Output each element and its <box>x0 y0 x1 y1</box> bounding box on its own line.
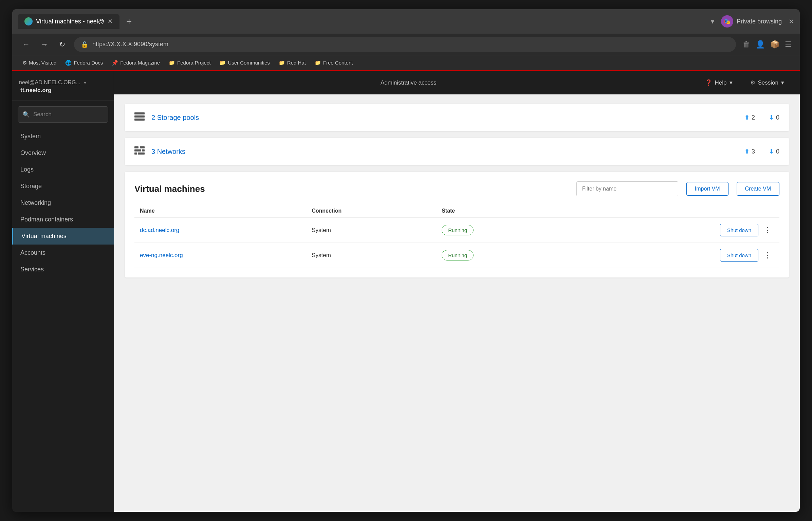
vm-link-2[interactable]: eve-ng.neelc.org <box>140 252 183 258</box>
svg-rect-3 <box>134 146 139 148</box>
sidebar-item-storage[interactable]: Storage <box>12 178 114 195</box>
sidebar-item-networking[interactable]: Networking <box>12 195 114 211</box>
active-tab[interactable]: Virtual machines - neel@ ✕ <box>18 14 119 29</box>
back-button[interactable]: ← <box>20 38 32 51</box>
extensions-icon[interactable]: 📦 <box>770 40 779 49</box>
networks-down-stat: ⬇ 0 <box>769 148 779 155</box>
tab-favicon <box>24 17 33 25</box>
pocket-icon[interactable]: 🗑 <box>743 40 750 49</box>
sidebar-item-logs[interactable]: Logs <box>12 161 114 178</box>
sidebar-header: neel@AD.NEELC.ORG... ▾ tt.neelc.org <box>12 71 114 101</box>
private-browsing-icon: 🎭 <box>721 15 733 28</box>
private-browsing-badge: 🎭 Private browsing <box>721 15 782 28</box>
tab-close-button[interactable]: ✕ <box>108 18 113 25</box>
bookmark-fedora-docs[interactable]: 🌐 Fedora Docs <box>62 58 106 67</box>
vm-header: Virtual machines Import VM Create VM <box>134 181 779 196</box>
vm-name-1: dc.ad.neelc.org <box>134 218 306 243</box>
window-controls-chevron[interactable]: ▾ <box>711 17 714 25</box>
vm-connection-1: System <box>306 218 436 243</box>
bookmark-free-content[interactable]: 📁 Free Content <box>311 58 356 67</box>
vm-state-2: Running <box>436 243 573 268</box>
vm-connection-2: System <box>306 243 436 268</box>
bookmark-fedora-project[interactable]: 📁 Fedora Project <box>165 58 214 67</box>
vm-name-2: eve-ng.neelc.org <box>134 243 306 268</box>
svg-rect-8 <box>138 152 145 155</box>
sidebar-nav: System Overview Logs Storage Networking … <box>12 128 114 278</box>
reload-button[interactable]: ↻ <box>57 38 67 51</box>
folder-icon-4: 📁 <box>315 60 321 66</box>
networks-card: 3 Networks ⬆ 3 ⬇ 0 <box>125 138 789 165</box>
vm-filter-input[interactable] <box>576 181 678 196</box>
networks-up-stat: ⬆ 3 <box>744 148 755 155</box>
import-vm-button[interactable]: Import VM <box>686 182 728 196</box>
vm-state-badge-1: Running <box>442 225 474 235</box>
up-arrow-icon: ⬆ <box>744 114 750 121</box>
sidebar-item-podman[interactable]: Podman containers <box>12 211 114 228</box>
vm-link-1[interactable]: dc.ad.neelc.org <box>140 227 179 233</box>
storage-pools-icon <box>134 112 145 123</box>
help-button[interactable]: ❓ Help ▾ <box>700 76 737 89</box>
sidebar-domain: tt.neelc.org <box>19 87 107 94</box>
help-chevron-icon: ▾ <box>730 79 733 86</box>
sidebar-item-services[interactable]: Services <box>12 261 114 278</box>
menu-icon[interactable]: ☰ <box>785 40 792 49</box>
admin-access-label: Administrative access <box>125 79 692 86</box>
bookmark-user-communities[interactable]: 📁 User Communities <box>216 58 273 67</box>
bookmark-fedora-magazine[interactable]: 📌 Fedora Magazine <box>108 58 163 67</box>
new-tab-button[interactable]: + <box>122 14 136 29</box>
close-window-button[interactable]: ✕ <box>789 17 794 25</box>
account-icon[interactable]: 👤 <box>756 40 765 49</box>
sidebar-item-accounts[interactable]: Accounts <box>12 245 114 261</box>
col-header-name: Name <box>134 204 306 218</box>
storage-pools-up-count: 2 <box>752 114 755 121</box>
more-options-button-2[interactable]: ⋮ <box>761 250 774 261</box>
svg-rect-0 <box>134 112 145 114</box>
sidebar-user[interactable]: neel@AD.NEELC.ORG... ▾ <box>19 79 107 86</box>
app-topbar: Administrative access ❓ Help ▾ ⚙ Session… <box>114 71 800 94</box>
table-row: dc.ad.neelc.org System Running Shut down <box>134 218 779 243</box>
down-arrow-icon: ⬇ <box>769 114 774 121</box>
sidebar: neel@AD.NEELC.ORG... ▾ tt.neelc.org 🔍 Se… <box>12 71 114 512</box>
svg-rect-7 <box>134 152 137 155</box>
networks-stat-divider <box>762 147 762 156</box>
storage-pools-link[interactable]: 2 Storage pools <box>151 114 738 122</box>
sidebar-search-container[interactable]: 🔍 Search <box>18 106 108 123</box>
shutdown-button-1[interactable]: Shut down <box>720 224 758 236</box>
forward-button[interactable]: → <box>39 38 50 51</box>
folder-icon-2: 📁 <box>219 60 226 66</box>
url-bar[interactable]: 🔒 https://X.X.X.X:9090/system <box>74 37 736 52</box>
search-icon: 🔍 <box>23 111 30 118</box>
svg-rect-5 <box>134 149 141 151</box>
sidebar-item-virtual-machines[interactable]: Virtual machines <box>12 228 114 245</box>
more-options-button-1[interactable]: ⋮ <box>761 224 774 236</box>
sidebar-item-overview[interactable]: Overview <box>12 145 114 161</box>
bookmark-red-hat[interactable]: 📁 Red Hat <box>275 58 309 67</box>
folder-icon-3: 📁 <box>279 60 285 66</box>
help-icon: ❓ <box>705 79 712 86</box>
gear-icon: ⚙ <box>22 60 27 66</box>
vm-section-title: Virtual machines <box>134 184 568 194</box>
sidebar-item-system[interactable]: System <box>12 128 114 145</box>
svg-rect-2 <box>134 119 145 121</box>
create-vm-button[interactable]: Create VM <box>737 182 779 196</box>
session-button[interactable]: ⚙ Session ▾ <box>745 76 789 89</box>
table-row: eve-ng.neelc.org System Running Shut dow… <box>134 243 779 268</box>
globe-icon: 🌐 <box>65 60 72 66</box>
networks-up-icon: ⬆ <box>744 148 750 155</box>
storage-pools-down-count: 0 <box>776 114 779 121</box>
storage-pools-card: 2 Storage pools ⬆ 2 ⬇ 0 <box>125 104 789 131</box>
networks-stats: ⬆ 3 ⬇ 0 <box>744 147 779 156</box>
search-placeholder: Search <box>33 111 52 118</box>
networks-link[interactable]: 3 Networks <box>151 148 738 156</box>
col-header-connection: Connection <box>306 204 436 218</box>
vm-actions-1: Shut down ⋮ <box>573 218 779 243</box>
networks-up-count: 3 <box>752 148 755 155</box>
bookmark-most-visited[interactable]: ⚙ Most Visited <box>19 58 60 67</box>
networks-down-icon: ⬇ <box>769 148 774 155</box>
vm-state-badge-2: Running <box>442 250 474 260</box>
networks-icon <box>134 146 145 157</box>
shutdown-button-2[interactable]: Shut down <box>720 249 758 262</box>
svg-rect-1 <box>134 115 145 118</box>
bookmarks-bar: ⚙ Most Visited 🌐 Fedora Docs 📌 Fedora Ma… <box>12 55 800 70</box>
storage-pools-stats: ⬆ 2 ⬇ 0 <box>744 113 779 122</box>
